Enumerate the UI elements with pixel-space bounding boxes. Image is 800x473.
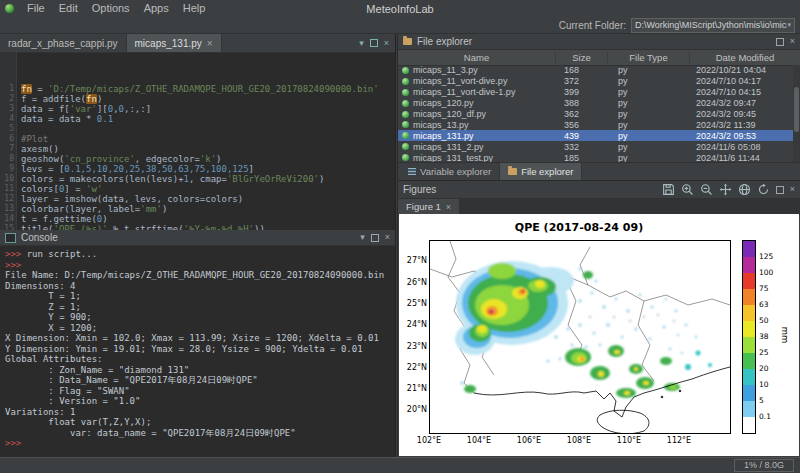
colorbar-tick-label: 20 xyxy=(759,364,769,373)
map-plot[interactable] xyxy=(429,240,731,434)
file-name: micaps_120.py xyxy=(413,98,556,108)
float-panel-icon[interactable] xyxy=(371,234,379,242)
colorbar xyxy=(742,240,756,434)
line-number: 5 xyxy=(0,124,18,134)
figures-header: Figures × xyxy=(398,181,800,199)
chevron-down-icon[interactable]: ▾ xyxy=(360,233,365,242)
colorbar-segment xyxy=(743,369,755,385)
console-line: Y = 900; xyxy=(5,312,390,323)
zoom-out-icon[interactable] xyxy=(700,183,713,196)
tab-file-explorer[interactable]: File explorer xyxy=(500,163,582,180)
x-tick-label: 112°E xyxy=(664,436,694,445)
current-folder-combobox[interactable]: D:\Working\MIScript\Jython\mis\io\micaps… xyxy=(631,18,795,33)
close-icon[interactable]: × xyxy=(446,202,451,212)
close-icon[interactable]: × xyxy=(790,185,795,194)
column-header-filetype[interactable]: File Type xyxy=(608,52,690,63)
line-number: 3 xyxy=(0,104,18,114)
table-row[interactable]: micaps_11_vort-dive.py372py2024/7/10 04:… xyxy=(398,76,800,87)
rotate-icon[interactable] xyxy=(757,183,770,196)
menu-help[interactable]: Help xyxy=(176,0,213,17)
menu-bar: File Edit Options Apps Help MeteoInfoLab xyxy=(0,0,800,17)
console-output[interactable]: >>> run script...>>> File Name: D:/Temp/… xyxy=(0,246,395,457)
code-line[interactable]: 5 xyxy=(0,124,395,134)
console-header: Console ▾ × xyxy=(0,230,395,246)
scrollbar[interactable] xyxy=(793,65,800,163)
table-row[interactable]: micaps_120_df.py362py2024/3/2 09:45 xyxy=(398,109,800,120)
scrollbar-thumb[interactable] xyxy=(794,87,799,132)
column-header-size[interactable]: Size xyxy=(556,52,608,63)
current-folder-label: Current Folder: xyxy=(559,20,626,31)
chevron-down-icon[interactable]: ▾ xyxy=(787,21,791,29)
memory-indicator[interactable]: 1% / 8.0G xyxy=(734,459,794,472)
code-line[interactable]: 13colorbar(layer, label='mm') xyxy=(0,204,395,214)
console-line: File Name: D:/Temp/micaps/Z_OTHE_RADAMQP… xyxy=(5,270,390,281)
colorbar-segment xyxy=(743,385,755,401)
y-tick-label: 23°N xyxy=(401,342,427,351)
console-line: var: data_name = "QPE2017年08月24日09时QPE" xyxy=(5,428,390,439)
column-header-name[interactable]: Name xyxy=(398,52,556,63)
code-line[interactable]: 10colors = makecolors(len(levs)+1, cmap=… xyxy=(0,174,395,184)
code-line[interactable]: 9levs = [0.1,5,10,20,25,38,50,63,75,100,… xyxy=(0,164,395,174)
figure-canvas[interactable]: QPE (2017-08-24 09) xyxy=(399,214,799,456)
menu-edit[interactable]: Edit xyxy=(52,0,85,17)
code-line[interactable]: 2f = addfile(fn) xyxy=(0,94,395,104)
table-row[interactable]: micaps_120.py388py2024/3/2 09:47 xyxy=(398,98,800,109)
close-icon[interactable]: × xyxy=(384,39,389,48)
close-icon[interactable]: × xyxy=(385,233,390,242)
code-line[interactable]: 11colors[0] = 'w' xyxy=(0,184,395,194)
code-line[interactable]: 6#Plot xyxy=(0,134,395,144)
py-file-icon xyxy=(402,67,409,74)
editor-tab-radar[interactable]: radar_x_phase_cappi.py xyxy=(0,34,127,52)
code-line[interactable]: 8geoshow('cn_province', edgecolor='k') xyxy=(0,154,395,164)
code-line[interactable]: 12layer = imshow(data, levs, colors=colo… xyxy=(0,194,395,204)
float-panel-icon[interactable] xyxy=(370,39,378,47)
line-number: 11 xyxy=(0,184,18,194)
menu-apps[interactable]: Apps xyxy=(137,0,176,17)
file-size: 399 xyxy=(556,87,608,97)
code-line[interactable]: 3data = f['var'][0,0,:,:] xyxy=(0,104,395,114)
colorbar-tick-label: 100 xyxy=(759,268,773,277)
close-icon[interactable]: × xyxy=(790,37,795,46)
line-number: 14 xyxy=(0,214,18,224)
x-tick-label: 108°E xyxy=(564,436,594,445)
file-date: 2024/3/2 09:45 xyxy=(690,109,800,119)
code-area[interactable]: 1fn = 'D:/Temp/micaps/Z_OTHE_RADAMQPE_HO… xyxy=(0,52,395,230)
colorbar-unit-label: mm xyxy=(780,327,790,344)
table-row[interactable]: micaps_11_3.py168py2022/10/21 04:04 xyxy=(398,65,800,76)
tab-figure-1[interactable]: Figure 1 × xyxy=(398,199,459,214)
console-line: >>> xyxy=(5,438,390,449)
table-row[interactable]: micaps_13.py356py2024/3/2 11:39 xyxy=(398,119,800,130)
menu-options[interactable]: Options xyxy=(85,0,137,17)
pan-icon[interactable] xyxy=(719,183,732,196)
menu-file[interactable]: File xyxy=(20,0,52,17)
precipitation-field xyxy=(455,261,712,398)
code-text: layer = imshow(data, levs, colors=colors… xyxy=(18,194,243,204)
console-line: : Flag = "SWAN" xyxy=(5,386,390,397)
x-tick-label: 104°E xyxy=(464,436,494,445)
code-line[interactable]: 1fn = 'D:/Temp/micaps/Z_OTHE_RADAMQPE_HO… xyxy=(0,84,395,94)
save-icon[interactable] xyxy=(662,183,675,196)
file-date: 2024/7/10 04:15 xyxy=(690,87,800,97)
tab-label: File explorer xyxy=(521,166,573,177)
editor-tab-micaps131[interactable]: micaps_131.py × xyxy=(127,34,222,52)
tab-label: Figure 1 xyxy=(406,201,441,212)
column-header-datemodified[interactable]: Date Modified xyxy=(690,52,800,63)
tab-variable-explorer[interactable]: Variable explorer xyxy=(400,163,500,180)
close-icon[interactable]: × xyxy=(207,38,213,49)
chevron-down-icon[interactable]: ▾ xyxy=(359,39,364,48)
table-row[interactable]: micaps_131_2.py332py2024/11/6 05:08 xyxy=(398,141,800,152)
editor-tab-label: radar_x_phase_cappi.py xyxy=(8,38,118,49)
code-text: colors = makecolors(len(levs)+1, cmap='B… xyxy=(18,174,324,184)
console-line: >>> run script... xyxy=(5,249,390,260)
file-name: micaps_13.py xyxy=(413,120,556,130)
code-line[interactable]: 7axesm() xyxy=(0,144,395,154)
code-line[interactable]: 4data = data * 0.1 xyxy=(0,114,395,124)
zoom-in-icon[interactable] xyxy=(681,183,694,196)
table-row[interactable]: micaps_131.py439py2024/3/2 09:53 xyxy=(398,130,800,141)
code-line[interactable]: 14t = f.gettime(0) xyxy=(0,214,395,224)
file-type: py xyxy=(608,109,690,119)
full-extent-icon[interactable] xyxy=(738,183,751,196)
table-row[interactable]: micaps_11_vort-dive-1.py399py2024/7/10 0… xyxy=(398,87,800,98)
float-panel-icon[interactable] xyxy=(776,38,784,46)
float-panel-icon[interactable] xyxy=(776,186,784,194)
